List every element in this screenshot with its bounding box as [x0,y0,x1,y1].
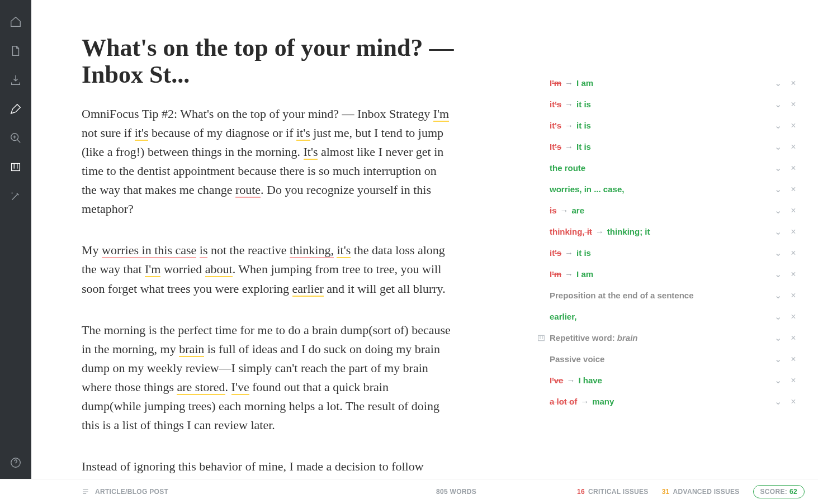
svg-rect-3 [538,335,545,340]
chevron-down-icon[interactable]: ⌄ [770,269,786,279]
suggestion-row[interactable]: earlier,⌄× [533,306,801,327]
book-icon [533,334,550,343]
suggestion-row[interactable]: it's→it is⌄× [533,243,801,264]
close-icon[interactable]: × [786,269,801,279]
word-count: 805 WORDS [436,488,476,496]
close-icon[interactable]: × [786,397,801,407]
svg-rect-1 [12,164,20,171]
sidebar [0,0,31,479]
home-icon[interactable] [10,16,22,28]
import-icon[interactable] [10,74,22,86]
document-title[interactable]: What's on the top of your mind? — Inbox … [82,35,510,89]
suggestion-row[interactable]: It's→It is⌄× [533,136,801,158]
suggestion-text: I've→I have [550,375,770,385]
suggestion-row[interactable]: it's→it is⌄× [533,115,801,136]
help-icon[interactable] [10,457,22,469]
advanced-issues[interactable]: 31 ADVANCED ISSUES [662,488,740,496]
suggestion-text: I'm→I am [550,269,770,279]
close-icon[interactable]: × [786,354,801,364]
chevron-down-icon[interactable]: ⌄ [770,375,786,386]
suggestion-row[interactable]: thinking, it→thinking; it⌄× [533,221,801,243]
close-icon[interactable]: × [786,121,801,131]
critical-count: 16 [577,488,585,496]
suggestion-row[interactable]: I've→I have⌄× [533,370,801,391]
chevron-down-icon[interactable]: ⌄ [770,290,786,301]
chevron-down-icon[interactable]: ⌄ [770,248,786,258]
new-document-icon[interactable] [10,45,22,57]
close-icon[interactable]: × [786,291,801,301]
status-bar: ARTICLE/BLOG POST 805 WORDS 16 CRITICAL … [0,479,818,504]
suggestion-text: worries, in ... case, [550,184,770,194]
close-icon[interactable]: × [786,248,801,258]
suggestion-row[interactable]: is→are⌄× [533,200,801,221]
suggestion-text: thinking, it→thinking; it [550,227,770,236]
chevron-down-icon[interactable]: ⌄ [770,163,786,173]
suggestion-row[interactable]: Preposition at the end of a sentence⌄× [533,285,801,306]
close-icon[interactable]: × [786,312,801,322]
suggestion-text: it's→it is [550,248,770,258]
suggestion-row[interactable]: the route⌄× [533,158,801,179]
suggestion-row[interactable]: I'm→I am⌄× [533,264,801,285]
editor-pane[interactable]: What's on the top of your mind? — Inbox … [31,0,533,479]
dictionary-icon[interactable] [10,161,22,173]
close-icon[interactable]: × [786,99,801,110]
suggestions-panel: I'm→I am⌄×it's→it is⌄×it's→it is⌄×It's→I… [533,0,818,479]
suggestion-text: it's→it is [550,121,770,130]
suggestion-text: it's→it is [550,99,770,109]
chevron-down-icon[interactable]: ⌄ [770,99,786,110]
chevron-down-icon[interactable]: ⌄ [770,354,786,364]
suggestion-text: is→are [550,206,770,215]
chevron-down-icon[interactable]: ⌄ [770,396,786,407]
suggestion-text: I'm→I am [550,78,770,88]
score-label: SCORE: [760,488,787,496]
chevron-down-icon[interactable]: ⌄ [770,332,786,343]
chevron-down-icon[interactable]: ⌄ [770,141,786,152]
critical-label: CRITICAL ISSUES [588,488,649,496]
close-icon[interactable]: × [786,206,801,216]
suggestion-text: Passive voice [550,354,770,364]
close-icon[interactable]: × [786,375,801,386]
close-icon[interactable]: × [786,227,801,237]
suggestion-row[interactable]: a lot of→many⌄× [533,391,801,412]
critical-issues[interactable]: 16 CRITICAL ISSUES [577,488,649,496]
close-icon[interactable]: × [786,163,801,173]
suggestion-row[interactable]: I'm→I am⌄× [533,73,801,94]
suggestion-text: a lot of→many [550,397,770,406]
suggestion-row[interactable]: it's→it is⌄× [533,94,801,115]
doc-type-label: ARTICLE/BLOG POST [95,488,168,496]
chevron-down-icon[interactable]: ⌄ [770,78,786,88]
suggestion-text: It's→It is [550,142,770,151]
close-icon[interactable]: × [786,78,801,88]
wand-icon[interactable] [10,190,22,202]
chevron-down-icon[interactable]: ⌄ [770,311,786,322]
suggestion-text: Preposition at the end of a sentence [550,291,770,300]
suggestion-row[interactable]: Repetitive word: brain⌄× [533,327,801,349]
close-icon[interactable]: × [786,184,801,194]
chevron-down-icon[interactable]: ⌄ [770,205,786,216]
doc-type-indicator[interactable]: ARTICLE/BLOG POST [31,488,168,496]
suggestion-text: earlier, [550,312,770,321]
score-pill[interactable]: SCORE:62 [753,485,805,498]
chevron-down-icon[interactable]: ⌄ [770,120,786,131]
advanced-label: ADVANCED ISSUES [673,488,740,496]
suggestion-text: the route [550,163,770,173]
zoom-text-icon[interactable] [10,132,22,144]
score-value: 62 [789,488,797,496]
chevron-down-icon[interactable]: ⌄ [770,226,786,237]
advanced-count: 31 [662,488,670,496]
chevron-down-icon[interactable]: ⌄ [770,184,786,194]
suggestion-row[interactable]: Passive voice⌄× [533,349,801,370]
close-icon[interactable]: × [786,142,801,152]
suggestion-row[interactable]: worries, in ... case,⌄× [533,179,801,200]
pen-icon[interactable] [10,103,22,115]
suggestion-text: Repetitive word: brain [550,333,770,343]
close-icon[interactable]: × [786,333,801,343]
document-body[interactable]: OmniFocus Tip #2: What's on the top of y… [82,104,451,479]
